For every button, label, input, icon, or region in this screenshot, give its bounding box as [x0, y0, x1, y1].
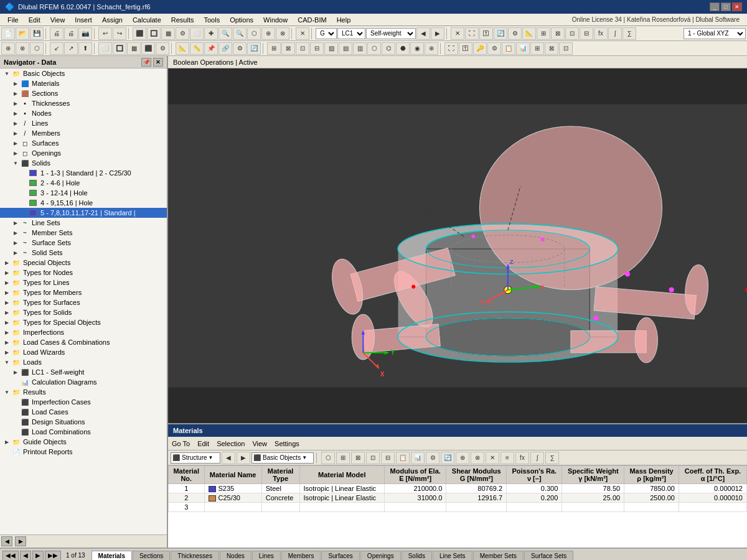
tree-item-types-lines[interactable]: ▶📁Types for Lines [0, 278, 167, 287]
t2-16[interactable]: ⚙ [233, 42, 247, 55]
t2-7[interactable]: ⬜ [98, 42, 112, 55]
table-row[interactable]: 2C25/30ConcreteIsotropic | Linear Elasti… [169, 493, 747, 503]
t2-31[interactable]: ⚿ [459, 42, 472, 55]
tool3[interactable]: ▦ [161, 27, 175, 40]
t2-25[interactable]: ⬡ [367, 42, 381, 55]
table-row[interactable]: 1S235SteelIsotropic | Linear Elastic2100… [169, 484, 747, 493]
t2-24[interactable]: ▥ [353, 42, 367, 55]
tree-item-solids[interactable]: ▼⬛Solids [0, 158, 167, 168]
tab-sections[interactable]: Sections [133, 551, 170, 561]
tree-item-member-sets[interactable]: ▶~Member Sets [0, 228, 167, 238]
tree-item-materials[interactable]: ▶🟦Materials [0, 78, 167, 88]
tree-item-nodes[interactable]: ▶•Nodes [0, 108, 167, 118]
tree-item-load-wizards[interactable]: ▶📁Load Wizards [0, 347, 167, 357]
tree-item-thicknesses[interactable]: ▶•Thicknesses [0, 98, 167, 108]
tree-item-printout-reports[interactable]: 📄Printout Reports [0, 447, 167, 457]
tool12[interactable]: ✕ [296, 27, 309, 40]
tree-arrow-guide-objects[interactable]: ▶ [2, 439, 11, 445]
t2-34[interactable]: 📋 [502, 42, 515, 55]
bottom-menu-goto[interactable]: Go To [172, 440, 190, 447]
view-combo[interactable]: 1 - Global XYZ [684, 28, 746, 39]
t2-26[interactable]: ⌬ [382, 42, 395, 55]
3d-viewport[interactable]: Y X X X Z [168, 68, 747, 423]
tool22[interactable]: ⊟ [580, 27, 593, 40]
menu-results[interactable]: Results [166, 15, 199, 25]
t2-6[interactable]: ⬆ [78, 42, 92, 55]
tree-arrow-surfaces[interactable]: ▶ [11, 141, 20, 146]
tree-arrow-openings[interactable]: ▶ [11, 151, 20, 156]
tool13[interactable]: ✕ [451, 27, 464, 40]
bt-8[interactable]: ⚙ [426, 452, 439, 464]
menu-cadbim[interactable]: CAD-BIM [293, 15, 331, 25]
titlebar-controls[interactable]: _ □ ✕ [710, 2, 742, 11]
t2-15[interactable]: 🔗 [218, 42, 232, 55]
tool19[interactable]: ⊞ [537, 27, 550, 40]
t2-5[interactable]: ↗ [64, 42, 78, 55]
bt-10[interactable]: ⊕ [456, 452, 469, 464]
tree-arrow-thicknesses[interactable]: ▶ [11, 101, 20, 106]
t2-13[interactable]: 📏 [190, 42, 204, 55]
bottom-menu-settings[interactable]: Settings [275, 440, 299, 447]
tree-item-load-cases-comb[interactable]: ▶📁Load Cases & Combinations [0, 337, 167, 347]
t2-19[interactable]: ⊠ [281, 42, 295, 55]
tree-item-types-nodes[interactable]: ▶📁Types for Nodes [0, 268, 167, 278]
t2-20[interactable]: ⊡ [296, 42, 309, 55]
menu-edit[interactable]: Edit [24, 15, 45, 25]
tab-materials[interactable]: Materials [92, 551, 132, 561]
basic-objects-combo[interactable]: ⬛ Basic Objects ▼ [251, 452, 314, 464]
tree-item-solid2[interactable]: 2 - 4-6 | Hole [0, 178, 167, 188]
tree-item-solid1[interactable]: 1 - 1-3 | Standard | 2 - C25/30 [0, 168, 167, 178]
t2-10[interactable]: ⬛ [141, 42, 155, 55]
bt-13[interactable]: ≡ [500, 452, 514, 464]
nav-next[interactable]: ▶ [431, 27, 444, 40]
t2-38[interactable]: ⊡ [559, 42, 573, 55]
t2-17[interactable]: 🔄 [247, 42, 261, 55]
tree-arrow-types-members[interactable]: ▶ [2, 290, 11, 296]
tool2[interactable]: 🔲 [147, 27, 161, 40]
t2-28[interactable]: ◉ [410, 42, 424, 55]
tree-arrow-solid-sets[interactable]: ▶ [11, 250, 20, 256]
tree-arrow-nodes[interactable]: ▶ [11, 111, 20, 116]
t2-2[interactable]: ⊗ [16, 42, 29, 55]
close-button[interactable]: ✕ [732, 2, 742, 11]
tab-line-sets[interactable]: Line Sets [433, 551, 472, 561]
tree-item-design-situations[interactable]: ⬛Design Situations [0, 417, 167, 427]
tool9[interactable]: ⬡ [247, 27, 261, 40]
tool4[interactable]: ⚙ [176, 27, 189, 40]
tree-arrow-results[interactable]: ▼ [2, 390, 11, 395]
tool15[interactable]: ⚿ [479, 27, 493, 40]
tool20[interactable]: ⊠ [551, 27, 565, 40]
t2-11[interactable]: ⚙ [156, 42, 169, 55]
tool17[interactable]: ⚙ [508, 27, 522, 40]
t2-4[interactable]: ↙ [50, 42, 63, 55]
t2-23[interactable]: ▤ [339, 42, 352, 55]
tree-arrow-types-lines[interactable]: ▶ [2, 280, 11, 286]
tree-arrow-lc1-self-weight[interactable]: ▶ [11, 370, 20, 375]
bt-14[interactable]: fx [515, 452, 529, 464]
nav-prev[interactable]: ◀ [416, 27, 430, 40]
tree-item-loads[interactable]: ▼📁Loads [0, 357, 167, 367]
t2-21[interactable]: ⊟ [310, 42, 324, 55]
menu-options[interactable]: Options [225, 15, 258, 25]
bt-3[interactable]: ⊠ [351, 452, 365, 464]
menu-file[interactable]: File [2, 15, 24, 25]
bt-12[interactable]: ✕ [486, 452, 499, 464]
t2-1[interactable]: ⊕ [1, 42, 15, 55]
tree-arrow-lines[interactable]: ▶ [11, 121, 20, 126]
tree-item-sections[interactable]: ▶🟫Sections [0, 88, 167, 98]
tree-arrow-basic-objects[interactable]: ▼ [2, 71, 11, 77]
tool18[interactable]: 📐 [522, 27, 536, 40]
tree-arrow-line-sets[interactable]: ▶ [11, 220, 20, 226]
tree-arrow-materials[interactable]: ▶ [11, 81, 20, 86]
tree-item-imperfections[interactable]: ▶📁Imperfections [0, 327, 167, 337]
bt-2[interactable]: ⊞ [336, 452, 350, 464]
tree-arrow-members[interactable]: ▶ [11, 131, 20, 136]
tree-arrow-surface-sets[interactable]: ▶ [11, 240, 20, 246]
camera-button[interactable]: 📷 [78, 27, 92, 40]
undo-button[interactable]: ↩ [98, 27, 112, 40]
menu-window[interactable]: Window [258, 15, 293, 25]
tree-arrow-member-sets[interactable]: ▶ [11, 230, 20, 236]
t2-36[interactable]: ⊞ [530, 42, 544, 55]
t2-8[interactable]: 🔲 [113, 42, 126, 55]
tree-item-solid5[interactable]: 5 - 7,8,10,11,17-21 | Standard | [0, 208, 167, 218]
